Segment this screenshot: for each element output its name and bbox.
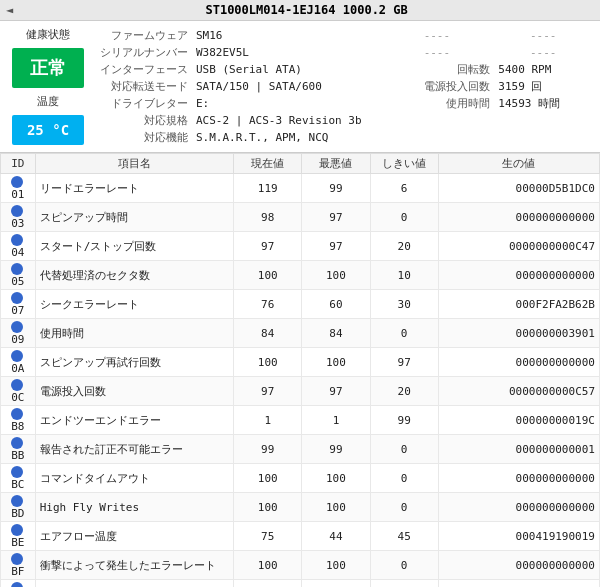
power-hours-value: 14593 時間 xyxy=(494,95,592,112)
cell-raw: 000000000001 xyxy=(438,435,599,464)
cell-current: 100 xyxy=(234,261,302,290)
window-title: ST1000LM014-1EJ164 1000.2 GB xyxy=(19,3,594,17)
rotation-label: 回転数 xyxy=(379,61,494,78)
features-row: 対応機能 S.M.A.R.T., APM, NCQ xyxy=(96,129,592,146)
serial-row: シリアルナンバー W382EV5L ---- ---- xyxy=(96,44,592,61)
cell-current: 100 xyxy=(234,551,302,580)
cell-name: スピンアップ時間 xyxy=(35,203,233,232)
cell-current: 76 xyxy=(234,290,302,319)
standard-value: ACS-2 | ACS-3 Revision 3b xyxy=(192,112,592,129)
cell-worst: 97 xyxy=(302,377,370,406)
cell-id: 0A xyxy=(1,348,36,377)
cell-raw: 000000000000 xyxy=(438,551,599,580)
status-dot xyxy=(11,176,23,188)
cell-threshold: 99 xyxy=(370,406,438,435)
cell-threshold: 0 xyxy=(370,580,438,588)
cell-threshold: 0 xyxy=(370,551,438,580)
dash1: ---- xyxy=(379,27,494,44)
power-count-label: 電源投入回数 xyxy=(379,78,494,95)
cell-worst: 99 xyxy=(302,174,370,203)
cell-worst: 1 xyxy=(302,406,370,435)
status-dot xyxy=(11,408,23,420)
status-dot xyxy=(11,379,23,391)
cell-threshold: 0 xyxy=(370,435,438,464)
transfer-label: 対応転送モード xyxy=(96,78,192,95)
cell-raw: 000000000000 xyxy=(438,348,599,377)
cell-threshold: 0 xyxy=(370,203,438,232)
table-row: 0C電源投入回数9797200000000000C57 xyxy=(1,377,600,406)
col-header-worst: 最悪値 xyxy=(302,154,370,174)
cell-id: BD xyxy=(1,493,36,522)
temp-value-box: 25 °C xyxy=(12,115,84,145)
table-row: 0Aスピンアップ再試行回数10010097000000000000 xyxy=(1,348,600,377)
cell-name: エアフロー温度 xyxy=(35,522,233,551)
cell-name: 報告された訂正不可能エラー xyxy=(35,435,233,464)
serial-value: W382EV5L xyxy=(192,44,379,61)
firmware-value: SM16 xyxy=(192,27,379,44)
window-titlebar: ◄ ST1000LM014-1EJ164 1000.2 GB xyxy=(0,0,600,21)
cell-raw: 000000000000 xyxy=(438,203,599,232)
cell-name: スピンアップ再試行回数 xyxy=(35,348,233,377)
cell-name: 代替処理済のセクタ数 xyxy=(35,261,233,290)
cell-worst: 100 xyxy=(302,493,370,522)
status-dot xyxy=(11,582,23,587)
interface-row: インターフェース USB (Serial ATA) 回転数 5400 RPM xyxy=(96,61,592,78)
health-panel: 健康状態 正常 温度 25 °C xyxy=(8,27,88,146)
top-section: 健康状態 正常 温度 25 °C ファームウェア SM16 ---- ---- … xyxy=(0,21,600,152)
transfer-value: SATA/150 | SATA/600 xyxy=(192,78,379,95)
cell-current: 100 xyxy=(234,493,302,522)
table-row: B8エンドツーエンドエラー119900000000019C xyxy=(1,406,600,435)
table-row: BF衝撃によって発生したエラーレート1001000000000000000 xyxy=(1,551,600,580)
cell-threshold: 30 xyxy=(370,290,438,319)
cell-raw: 00000000019C xyxy=(438,406,599,435)
cell-id: BC xyxy=(1,464,36,493)
features-value: S.M.A.R.T., APM, NCQ xyxy=(192,129,592,146)
cell-threshold: 0 xyxy=(370,493,438,522)
standard-label: 対応規格 xyxy=(96,112,192,129)
table-row: 04スタート/ストップ回数9797200000000000C47 xyxy=(1,232,600,261)
cell-id: 05 xyxy=(1,261,36,290)
table-row: BB報告された訂正不可能エラー99990000000000001 xyxy=(1,435,600,464)
cell-threshold: 0 xyxy=(370,464,438,493)
cell-id: C0 xyxy=(1,580,36,588)
cell-worst: 97 xyxy=(302,232,370,261)
dash3: ---- xyxy=(379,44,494,61)
cell-name: リードエラーレート xyxy=(35,174,233,203)
cell-raw: 000000000000 xyxy=(438,464,599,493)
smart-table: ID 項目名 現在値 最悪値 しきい値 生の値 01リードエラーレート11999… xyxy=(0,153,600,587)
cell-worst: 60 xyxy=(302,290,370,319)
drive-row: ドライブレター E: 使用時間 14593 時間 xyxy=(96,95,592,112)
cell-id: 03 xyxy=(1,203,36,232)
smart-table-container[interactable]: ID 項目名 現在値 最悪値 しきい値 生の値 01リードエラーレート11999… xyxy=(0,152,600,587)
power-count-value: 3159 回 xyxy=(494,78,592,95)
cell-name: エンドツーエンドエラー xyxy=(35,406,233,435)
cell-name: 電源投入回数 xyxy=(35,377,233,406)
cell-name: コマンドタイムアウト xyxy=(35,464,233,493)
cell-raw: 000000000000 xyxy=(438,493,599,522)
rotation-value: 5400 RPM xyxy=(494,61,592,78)
table-row: BCコマンドタイムアウト1001000000000000000 xyxy=(1,464,600,493)
cell-current: 97 xyxy=(234,232,302,261)
cell-threshold: 20 xyxy=(370,232,438,261)
table-row: C0電源断による磁気ヘッド退避回数1001000000000000015 xyxy=(1,580,600,588)
table-header-row: ID 項目名 現在値 最悪値 しきい値 生の値 xyxy=(1,154,600,174)
cell-current: 100 xyxy=(234,580,302,588)
cell-name: 使用時間 xyxy=(35,319,233,348)
cell-current: 84 xyxy=(234,319,302,348)
cell-name: シークエラーレート xyxy=(35,290,233,319)
table-row: 01リードエラーレート11999600000D5B1DC0 xyxy=(1,174,600,203)
cell-worst: 44 xyxy=(302,522,370,551)
col-header-raw: 生の値 xyxy=(438,154,599,174)
cell-raw: 000000003901 xyxy=(438,319,599,348)
back-arrow-icon[interactable]: ◄ xyxy=(6,3,13,17)
dash4: ---- xyxy=(494,44,592,61)
status-dot xyxy=(11,350,23,362)
firmware-label: ファームウェア xyxy=(96,27,192,44)
table-row: 05代替処理済のセクタ数10010010000000000000 xyxy=(1,261,600,290)
status-dot xyxy=(11,321,23,333)
col-header-threshold: しきい値 xyxy=(370,154,438,174)
dash2: ---- xyxy=(494,27,592,44)
cell-id: BE xyxy=(1,522,36,551)
power-hours-label: 使用時間 xyxy=(379,95,494,112)
cell-threshold: 20 xyxy=(370,377,438,406)
